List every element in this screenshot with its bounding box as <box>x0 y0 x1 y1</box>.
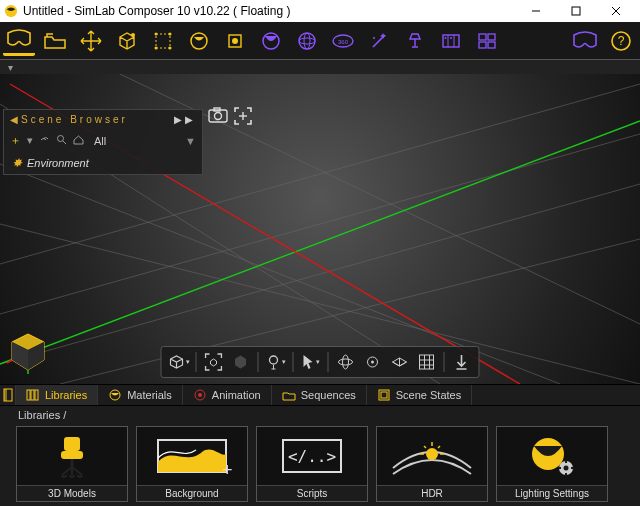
svg-point-13 <box>232 38 238 44</box>
search-icon[interactable] <box>56 134 67 147</box>
lamp-tool[interactable] <box>399 26 431 56</box>
move-tool[interactable] <box>75 26 107 56</box>
render-tool[interactable] <box>255 26 287 56</box>
library-grid: 3D Models + Background </..> Scripts HDR… <box>0 424 640 506</box>
scene-item-environment[interactable]: ✸ Environment <box>4 152 202 174</box>
filter-caret-icon[interactable]: ▼ <box>185 135 196 147</box>
layout-tool[interactable] <box>471 26 503 56</box>
svg-rect-27 <box>488 34 495 40</box>
svg-rect-21 <box>443 35 459 47</box>
window-close-button[interactable] <box>596 0 636 22</box>
menu-strip[interactable]: ▾ <box>0 60 640 74</box>
magic-wand-tool[interactable] <box>363 26 395 56</box>
tab-sequences[interactable]: Sequences <box>272 385 367 405</box>
download-button[interactable] <box>450 350 474 374</box>
vr-tool[interactable] <box>3 26 35 56</box>
svg-rect-6 <box>156 34 170 48</box>
tab-label: Libraries <box>45 389 87 401</box>
svg-point-47 <box>58 136 64 142</box>
library-card-lighting-settings[interactable]: Lighting Settings <box>496 426 608 502</box>
materials-icon <box>108 388 122 402</box>
svg-text:+: + <box>222 460 232 478</box>
chair-icon <box>47 433 97 479</box>
mesh-grid-button[interactable] <box>415 350 439 374</box>
svg-point-55 <box>270 356 278 364</box>
material-ball-tool[interactable] <box>183 26 215 56</box>
svg-rect-26 <box>479 34 486 40</box>
tab-label: Animation <box>212 389 261 401</box>
svg-point-20 <box>373 37 375 39</box>
svg-line-91 <box>438 446 440 448</box>
link-icon[interactable] <box>39 134 50 147</box>
cube-tool[interactable] <box>111 26 143 56</box>
sequences-icon <box>282 388 296 402</box>
globe-tool[interactable] <box>291 26 323 56</box>
fit-view-button[interactable] <box>202 350 226 374</box>
svg-point-10 <box>169 46 172 49</box>
add-button[interactable]: ＋ <box>10 133 21 148</box>
home-icon[interactable] <box>73 134 84 147</box>
scene-browser-panel: ◀ Scene Browser ▶▶ ＋ ▾ All ▼ ✸ Environme… <box>3 109 203 175</box>
library-card-3d-models[interactable]: 3D Models <box>16 426 128 502</box>
viewport-snapshot-buttons <box>208 107 252 127</box>
svg-point-58 <box>339 359 353 365</box>
view-cube-button[interactable]: ▾ <box>167 350 191 374</box>
navigation-cube[interactable] <box>6 330 50 374</box>
tab-libraries[interactable]: Libraries <box>16 385 98 405</box>
lighting-settings-icon <box>524 432 580 480</box>
scene-builder-tool[interactable] <box>435 26 467 56</box>
svg-point-76 <box>198 393 202 397</box>
select-arrow-button[interactable]: ▾ <box>299 350 323 374</box>
filter-label[interactable]: All <box>94 135 106 147</box>
tab-scene-states[interactable]: Scene States <box>367 385 472 405</box>
svg-point-9 <box>155 46 158 49</box>
window-minimize-button[interactable] <box>516 0 556 22</box>
dropdown-caret-icon[interactable]: ▾ <box>27 134 33 147</box>
light-tool[interactable] <box>219 26 251 56</box>
libraries-icon <box>26 388 40 402</box>
scene-item-label: Environment <box>27 157 89 169</box>
window-title: Untitled - SimLab Composer 10 v10.22 ( F… <box>23 4 516 18</box>
svg-rect-73 <box>35 390 38 400</box>
library-card-scripts[interactable]: </..> Scripts <box>256 426 368 502</box>
light-toggle-button[interactable]: ▾ <box>264 350 288 374</box>
library-card-hdr[interactable]: HDR <box>376 426 488 502</box>
svg-rect-80 <box>61 451 83 459</box>
svg-rect-79 <box>64 437 80 451</box>
svg-point-25 <box>450 37 452 39</box>
app-icon <box>4 4 18 18</box>
vr-preview-tool[interactable] <box>569 26 601 56</box>
orbit-button[interactable] <box>334 350 358 374</box>
library-breadcrumb[interactable]: Libraries / <box>0 406 640 424</box>
svg-rect-70 <box>4 389 7 401</box>
help-tool[interactable]: ? <box>605 26 637 56</box>
animation-icon <box>193 388 207 402</box>
grid-toggle-button[interactable] <box>388 350 412 374</box>
viewport[interactable]: ◀ Scene Browser ▶▶ ＋ ▾ All ▼ ✸ Environme… <box>0 74 640 384</box>
tab-animation[interactable]: Animation <box>183 385 272 405</box>
svg-rect-72 <box>31 390 34 400</box>
svg-text:?: ? <box>618 34 625 48</box>
tab-label: Scene States <box>396 389 461 401</box>
open-tool[interactable] <box>39 26 71 56</box>
library-card-background[interactable]: + Background <box>136 426 248 502</box>
360-tool[interactable]: 360 <box>327 26 359 56</box>
window-maximize-button[interactable] <box>556 0 596 22</box>
bounds-tool[interactable] <box>147 26 179 56</box>
perspective-button[interactable] <box>361 350 385 374</box>
svg-point-94 <box>564 466 569 471</box>
svg-point-5 <box>131 33 135 37</box>
iso-view-button[interactable] <box>229 350 253 374</box>
svg-point-15 <box>299 33 315 49</box>
camera-snapshot-button[interactable] <box>208 107 228 127</box>
background-icon: + <box>152 434 232 478</box>
collapse-left-icon: ◀ <box>10 114 21 125</box>
svg-point-8 <box>169 32 172 35</box>
expand-right-icon[interactable]: ▶▶ <box>174 114 196 125</box>
svg-rect-28 <box>479 42 486 48</box>
scene-browser-header[interactable]: ◀ Scene Browser ▶▶ <box>4 110 202 129</box>
svg-line-54 <box>7 360 12 363</box>
tab-materials[interactable]: Materials <box>98 385 183 405</box>
collapse-panel-button[interactable] <box>0 385 16 405</box>
focus-frame-button[interactable] <box>234 107 252 127</box>
